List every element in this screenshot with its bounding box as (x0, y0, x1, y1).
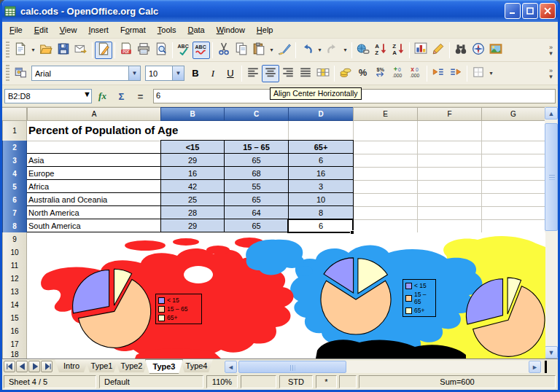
tab-nav-first-button[interactable] (4, 361, 15, 372)
scroll-left-button[interactable]: ◄ (225, 361, 237, 373)
undo-button[interactable] (298, 42, 316, 59)
maximize-button[interactable] (522, 3, 538, 19)
value-cell[interactable]: 10 (289, 193, 354, 206)
sort-ascending-button[interactable]: AZ (372, 42, 389, 59)
edit-file-button[interactable] (95, 42, 112, 59)
row-header-3[interactable]: 3 (2, 154, 27, 168)
name-box[interactable]: B2:D8 ▼ (4, 89, 92, 103)
align-right-button[interactable] (279, 65, 297, 82)
select-all-corner[interactable] (2, 107, 27, 121)
value-cell[interactable]: 16 (161, 167, 225, 180)
row-header-14[interactable]: 14 (2, 298, 27, 312)
value-cell[interactable]: 68 (225, 167, 289, 180)
align-justified-button[interactable] (297, 65, 314, 82)
paste-dropdown-arrow[interactable]: ▾ (268, 42, 276, 59)
open-button[interactable] (37, 42, 55, 59)
italic-button[interactable]: I (204, 65, 222, 82)
status-sum[interactable]: Sum=600 (359, 375, 556, 388)
column-header-e[interactable]: E (353, 107, 418, 121)
standard-format-button[interactable]: $% (372, 65, 389, 82)
pane-splitter-handle[interactable] (545, 361, 547, 373)
toolbar-overflow-button[interactable]: »▾ (546, 44, 556, 56)
sum-button[interactable]: Σ (113, 88, 130, 104)
column-header-f[interactable]: F (417, 107, 482, 121)
redo-button[interactable] (324, 42, 341, 59)
export-pdf-button[interactable]: PDF (117, 42, 135, 59)
chevron-down-icon[interactable]: ▼ (128, 66, 140, 80)
cell-grid[interactable]: Percent of Population of Age <1515 – 656… (27, 121, 545, 358)
row-label-cell[interactable]: North America (27, 206, 161, 219)
menu-file[interactable]: File (4, 23, 28, 36)
chevron-down-icon[interactable]: ▼ (172, 66, 184, 80)
align-left-button[interactable] (244, 65, 262, 82)
table-header-cell[interactable]: 15 – 65 (225, 141, 289, 154)
decrease-indent-button[interactable] (429, 65, 447, 82)
menu-view[interactable]: View (54, 23, 83, 36)
row-header-8[interactable]: 8 (2, 219, 27, 233)
title-bar[interactable]: calc.ods - OpenOffice.org Calc (0, 0, 560, 22)
bold-button[interactable]: B (187, 65, 204, 82)
format-paintbrush-button[interactable] (276, 42, 293, 59)
value-cell[interactable]: 65 (225, 193, 289, 206)
table-header-cell[interactable]: <15 (161, 141, 225, 154)
fill-handle[interactable] (350, 230, 354, 235)
add-decimal-button[interactable]: +0.000 (389, 65, 407, 82)
row-header-15[interactable]: 15 (2, 311, 27, 325)
status-selection-mode[interactable]: STD (279, 375, 313, 388)
sheet-tab-type1[interactable]: Type1 (85, 359, 118, 372)
styles-formatting-button[interactable] (12, 65, 29, 82)
minimize-button[interactable] (505, 3, 521, 19)
status-zoom[interactable]: 110% (206, 375, 238, 388)
value-cell[interactable]: 6 (289, 154, 354, 167)
value-cell[interactable]: 3 (289, 180, 354, 193)
scroll-down-button[interactable]: ▼ (545, 346, 558, 358)
menu-insert[interactable]: Insert (82, 23, 114, 36)
value-cell[interactable]: 16 (289, 167, 354, 180)
cell-a2[interactable] (27, 141, 161, 154)
row-header-7[interactable]: 7 (2, 206, 27, 220)
save-button[interactable] (55, 42, 72, 59)
spellcheck-button[interactable]: ABC (175, 42, 192, 59)
copy-button[interactable] (233, 42, 250, 59)
toolbar-overflow-button[interactable]: »▾ (546, 68, 556, 79)
value-cell[interactable]: 42 (161, 180, 225, 193)
function-button[interactable]: = (132, 88, 149, 104)
borders-button[interactable] (470, 65, 487, 82)
menu-format[interactable]: Format (114, 23, 152, 36)
column-header-d[interactable]: D (288, 107, 354, 121)
value-cell[interactable]: 55 (225, 180, 289, 193)
menu-window[interactable]: Window (211, 23, 251, 36)
menu-help[interactable]: Help (251, 23, 279, 36)
tab-nav-next-button[interactable] (28, 361, 40, 372)
sheet-tab-type2[interactable]: Type2 (115, 359, 148, 372)
row-label-cell[interactable]: Asia (27, 154, 161, 167)
menu-tools[interactable]: Tools (152, 23, 182, 36)
row-header-10[interactable]: 10 (2, 246, 27, 259)
borders-dropdown-arrow[interactable]: ▾ (487, 65, 495, 82)
gallery-button[interactable] (487, 42, 505, 59)
row-header-5[interactable]: 5 (2, 180, 27, 194)
sort-descending-button[interactable]: ZA (389, 42, 407, 59)
draw-functions-button[interactable] (429, 42, 447, 59)
column-header-b[interactable]: B (160, 107, 225, 121)
underline-button[interactable]: U (222, 65, 239, 82)
value-cell[interactable]: 8 (289, 206, 354, 219)
page-preview-button[interactable] (152, 42, 170, 59)
hyperlink-button[interactable] (354, 42, 372, 59)
autospellcheck-button[interactable]: ABC (192, 42, 210, 59)
row-header-16[interactable]: 16 (2, 324, 27, 338)
row-label-cell[interactable]: Australia and Oceania (27, 193, 161, 206)
sheet-tab-type4[interactable]: Type4 (180, 359, 213, 372)
row-header-11[interactable]: 11 (2, 259, 27, 273)
row-header-12[interactable]: 12 (2, 272, 27, 286)
new-document-button[interactable] (12, 42, 29, 59)
paste-button[interactable] (250, 42, 268, 59)
close-button[interactable] (540, 3, 556, 19)
column-header-a[interactable]: A (27, 107, 161, 121)
toolbar-drag-handle[interactable] (6, 65, 9, 82)
status-insert-mode[interactable] (241, 375, 276, 388)
increase-indent-button[interactable] (447, 65, 464, 82)
row-header-13[interactable]: 13 (2, 285, 27, 299)
row-header-17[interactable]: 17 (2, 337, 27, 351)
vertical-scrollbar[interactable]: ▲ ▼ (545, 107, 558, 358)
